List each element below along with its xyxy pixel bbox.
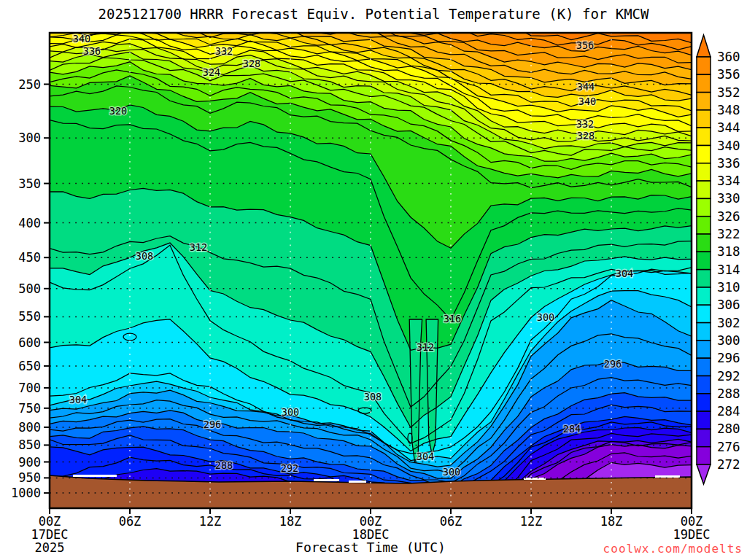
svg-text:340: 340 <box>578 96 596 107</box>
svg-text:288: 288 <box>215 459 233 471</box>
svg-text:336: 336 <box>83 45 101 57</box>
svg-text:312: 312 <box>417 341 434 353</box>
colorbar-arrow-down <box>697 464 711 484</box>
svg-text:292: 292 <box>281 462 298 474</box>
svg-text:334: 334 <box>717 174 740 188</box>
svg-text:306: 306 <box>717 298 740 312</box>
svg-text:19DEC: 19DEC <box>673 527 710 542</box>
contour-plot: 3403363323283243203563443403323283123083… <box>0 0 747 560</box>
svg-text:00Z: 00Z <box>681 514 703 529</box>
svg-text:2025: 2025 <box>35 540 65 555</box>
svg-text:300: 300 <box>282 406 299 418</box>
svg-text:950: 950 <box>18 470 41 485</box>
x-axis-title: Forecast Time (UTC) <box>203 540 538 555</box>
svg-text:340: 340 <box>73 33 90 44</box>
svg-text:300: 300 <box>18 131 41 145</box>
svg-text:332: 332 <box>576 118 594 130</box>
svg-text:288: 288 <box>717 386 740 401</box>
svg-text:250: 250 <box>18 77 41 92</box>
svg-text:308: 308 <box>136 250 153 262</box>
y-axis: 2503003504004505005506006507007508008509… <box>11 77 50 501</box>
svg-text:312: 312 <box>190 241 207 253</box>
svg-text:324: 324 <box>203 66 220 78</box>
svg-text:350: 350 <box>18 176 41 191</box>
svg-text:750: 750 <box>18 401 41 416</box>
svg-text:650: 650 <box>18 359 41 373</box>
svg-text:06Z: 06Z <box>440 514 462 529</box>
svg-text:450: 450 <box>18 250 41 265</box>
svg-text:00Z: 00Z <box>39 514 61 529</box>
svg-text:284: 284 <box>717 404 740 419</box>
svg-text:550: 550 <box>18 309 41 324</box>
svg-text:276: 276 <box>717 440 740 454</box>
svg-text:18Z: 18Z <box>600 514 623 529</box>
svg-text:304: 304 <box>417 451 434 462</box>
svg-text:330: 330 <box>717 191 740 206</box>
svg-text:344: 344 <box>577 81 595 93</box>
colorbar-arrow-up <box>697 35 711 57</box>
svg-text:296: 296 <box>717 351 740 365</box>
colorbar: 3603563523483443403363343303263223183143… <box>697 35 740 484</box>
svg-text:12Z: 12Z <box>520 514 543 529</box>
svg-text:272: 272 <box>717 457 740 472</box>
svg-text:318: 318 <box>717 244 740 259</box>
svg-text:326: 326 <box>717 209 740 224</box>
svg-text:850: 850 <box>18 438 41 452</box>
svg-text:332: 332 <box>215 45 233 57</box>
svg-text:600: 600 <box>18 335 41 350</box>
svg-text:284: 284 <box>563 423 581 435</box>
svg-text:296: 296 <box>604 358 622 370</box>
svg-text:360: 360 <box>717 50 740 64</box>
svg-text:400: 400 <box>18 216 41 230</box>
svg-text:302: 302 <box>717 316 740 330</box>
svg-text:17DEC: 17DEC <box>31 527 68 542</box>
svg-text:300: 300 <box>443 466 460 478</box>
svg-text:304: 304 <box>616 268 633 279</box>
svg-text:356: 356 <box>717 67 740 82</box>
svg-text:310: 310 <box>717 280 740 295</box>
svg-text:328: 328 <box>243 58 260 69</box>
svg-text:292: 292 <box>717 369 740 384</box>
svg-text:00Z: 00Z <box>360 514 382 529</box>
svg-text:300: 300 <box>717 333 740 348</box>
svg-text:500: 500 <box>18 281 41 296</box>
svg-text:356: 356 <box>576 39 594 51</box>
svg-text:800: 800 <box>18 420 41 435</box>
svg-text:18Z: 18Z <box>279 514 302 529</box>
svg-text:336: 336 <box>717 156 740 171</box>
svg-text:322: 322 <box>717 227 740 241</box>
svg-text:304: 304 <box>69 394 87 405</box>
svg-text:900: 900 <box>18 455 41 470</box>
svg-text:320: 320 <box>109 105 127 117</box>
watermark-link[interactable]: coolwx.com/modelts <box>511 542 743 556</box>
svg-text:296: 296 <box>204 419 221 430</box>
svg-text:352: 352 <box>717 85 740 100</box>
weather-chart-page: 2025121700 HRRR Forecast Equiv. Potentia… <box>0 0 747 560</box>
svg-text:314: 314 <box>717 262 740 277</box>
svg-text:700: 700 <box>18 381 41 395</box>
svg-text:328: 328 <box>577 130 595 141</box>
svg-text:308: 308 <box>364 391 382 402</box>
svg-text:300: 300 <box>537 311 554 323</box>
svg-text:12Z: 12Z <box>199 514 222 529</box>
svg-text:316: 316 <box>444 313 461 324</box>
svg-text:06Z: 06Z <box>119 514 142 529</box>
svg-text:340: 340 <box>717 139 740 153</box>
svg-text:1000: 1000 <box>11 486 41 500</box>
svg-text:344: 344 <box>717 120 740 135</box>
svg-text:280: 280 <box>717 421 740 436</box>
svg-text:348: 348 <box>717 103 740 117</box>
